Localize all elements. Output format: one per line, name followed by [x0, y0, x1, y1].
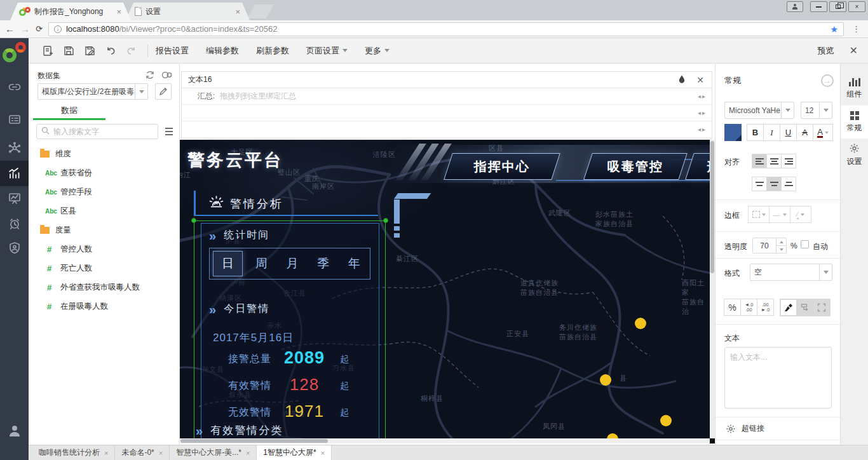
edit-dataset-button[interactable] — [155, 83, 172, 100]
tab-close-icon[interactable]: × — [321, 449, 325, 457]
time-option[interactable]: 日 — [213, 251, 243, 276]
sidebar-item-connect[interactable] — [0, 74, 29, 100]
report-tab-1[interactable]: 未命名-0*× — [115, 445, 170, 460]
field-options-icon[interactable] — [165, 128, 173, 137]
tree-item[interactable]: 度量 — [29, 220, 179, 240]
valign-middle-button[interactable] — [766, 177, 782, 191]
new-report-button[interactable] — [40, 43, 55, 58]
font-family-select[interactable]: Microsoft YaHe — [724, 102, 794, 119]
toolbar-menu-item-2[interactable]: 刷新参数 — [256, 45, 289, 57]
tab-close-icon[interactable]: × — [104, 449, 108, 457]
report-tab-0[interactable]: 咖啡销售统计分析× — [32, 445, 115, 460]
toolbar-menu-item-0[interactable]: 报告设置 — [156, 45, 189, 57]
report-tab-3[interactable]: 1智慧中心大屏*× — [257, 445, 332, 460]
scroll-arrows-icon[interactable]: ◂▸ — [698, 93, 707, 100]
undo-button[interactable] — [103, 43, 118, 58]
restore-button[interactable] — [829, 1, 846, 12]
font-size-select[interactable]: 12 — [801, 102, 832, 119]
border-style-button[interactable] — [748, 206, 770, 223]
toolbar-menu-item-3[interactable]: 页面设置 — [306, 45, 348, 57]
dash-nav-button[interactable]: 指挥中心 — [444, 153, 560, 180]
close-binding-panel-icon[interactable]: ✕ — [696, 75, 704, 85]
underline-button[interactable]: U — [780, 124, 797, 141]
scrollbar-thumb[interactable] — [180, 439, 328, 443]
bookmark-star-icon[interactable]: ★ — [830, 24, 838, 34]
redo-button[interactable] — [124, 43, 139, 58]
preview-button[interactable]: 预览 — [818, 45, 834, 57]
tab-general[interactable]: 常规 — [841, 105, 868, 139]
reload-button[interactable]: ⟳ — [36, 24, 43, 34]
valign-top-button[interactable] — [752, 177, 767, 191]
save-as-button[interactable] — [82, 43, 97, 58]
sidebar-item-dataset[interactable] — [0, 107, 29, 132]
tab-close-icon[interactable]: × — [233, 7, 242, 17]
close-window-button[interactable]: × — [848, 1, 865, 12]
border-line-button[interactable]: — — [769, 206, 790, 223]
scrollbar-thumb[interactable] — [710, 141, 714, 273]
time-option[interactable]: 周 — [249, 252, 274, 276]
selection-handle[interactable] — [191, 218, 196, 223]
browser-tab-settings[interactable]: 设置 × — [126, 3, 250, 20]
bold-button[interactable]: B — [747, 124, 764, 141]
binding-drop-row[interactable]: ◂▸ — [182, 121, 712, 138]
tree-item[interactable]: #管控人数 — [29, 240, 179, 259]
spin-down-icon[interactable] — [776, 246, 786, 253]
address-field[interactable]: i localhost:8080/bi/Viewer?proc=0&action… — [48, 22, 844, 36]
font-color-button[interactable]: A — [813, 124, 833, 141]
binding-drop-row[interactable]: 汇总:拖拽列到这里绑定汇总◂▸ — [182, 88, 712, 105]
scroll-arrows-icon[interactable]: ◂▸ — [698, 126, 707, 133]
profile-button[interactable] — [787, 1, 803, 12]
time-option[interactable]: 季 — [311, 252, 336, 276]
report-tab-2[interactable]: 智慧中心大屏-美...*× — [170, 445, 257, 460]
sidebar-item-schedule[interactable] — [0, 211, 29, 236]
hyperlink-row[interactable]: 超链接 — [726, 423, 764, 434]
format-select[interactable]: 空 — [750, 264, 832, 281]
time-option[interactable]: 月 — [280, 252, 304, 276]
border-color-button[interactable]: ∕ — [790, 206, 811, 223]
search-input[interactable] — [53, 127, 153, 136]
back-button[interactable]: ← — [5, 24, 15, 34]
fill-color-swatch[interactable] — [724, 124, 742, 141]
dataset-select[interactable]: 模版库/公安行业/2在册吸毒 — [37, 83, 148, 100]
close-editor-icon[interactable]: ✕ — [850, 44, 858, 57]
format-brush-icon[interactable] — [679, 75, 685, 85]
save-button[interactable] — [61, 43, 76, 58]
selection-handle[interactable] — [383, 218, 388, 223]
tab-close-icon[interactable]: × — [246, 449, 250, 457]
text-content-input[interactable] — [724, 347, 832, 409]
tree-item[interactable]: Abc查获省份 — [29, 163, 179, 182]
tree-item[interactable]: #在册吸毒人数 — [29, 297, 179, 316]
sidebar-item-presentation[interactable] — [0, 186, 29, 211]
tab-close-icon[interactable]: × — [159, 449, 163, 457]
tree-item[interactable]: Abc区县 — [29, 201, 179, 220]
opacity-stepper[interactable] — [752, 238, 787, 254]
spin-up-icon[interactable] — [776, 238, 786, 246]
tree-item[interactable]: #外省查获我市吸毒人数 — [29, 278, 179, 297]
collapse-arrow-icon[interactable]: → — [821, 74, 834, 87]
percent-format-button[interactable]: % — [724, 299, 741, 316]
tab-components[interactable]: 组件 — [841, 72, 868, 105]
binding-drop-row[interactable]: ◂▸ — [182, 105, 712, 121]
new-tab-button[interactable] — [247, 4, 275, 18]
dashboard-preview[interactable]: 大足区内江璧山区重庆南岸区涪陵区区县黔江区武隆区彭水苗族土 家族自治县綦江区道真… — [180, 140, 710, 438]
switch-dataset-icon[interactable] — [161, 71, 173, 81]
toolbar-menu-item-4[interactable]: 更多 — [365, 45, 390, 57]
dash-nav-button[interactable]: 吸毒管控 — [583, 153, 688, 180]
align-left-button[interactable] — [752, 154, 767, 168]
search-box[interactable] — [36, 124, 158, 139]
toolbar-menu-item-1[interactable]: 编辑参数 — [206, 45, 239, 57]
sidebar-item-report[interactable] — [0, 161, 29, 186]
tree-item[interactable]: #死亡人数 — [29, 259, 179, 278]
format-painter-button[interactable] — [797, 300, 813, 315]
auto-opacity-checkbox[interactable] — [801, 240, 809, 248]
align-center-button[interactable] — [766, 154, 782, 168]
time-option[interactable]: 年 — [342, 252, 367, 276]
tab-settings[interactable]: 设置 — [841, 139, 868, 172]
tab-close-icon[interactable]: × — [114, 7, 123, 17]
minimize-button[interactable] — [810, 1, 827, 12]
horizontal-scrollbar[interactable] — [180, 438, 710, 443]
tab-data[interactable]: 数据 — [33, 103, 105, 119]
brush-button[interactable] — [781, 300, 796, 315]
expand-button[interactable] — [814, 300, 829, 315]
tree-item[interactable]: Abc管控手段 — [29, 182, 179, 201]
